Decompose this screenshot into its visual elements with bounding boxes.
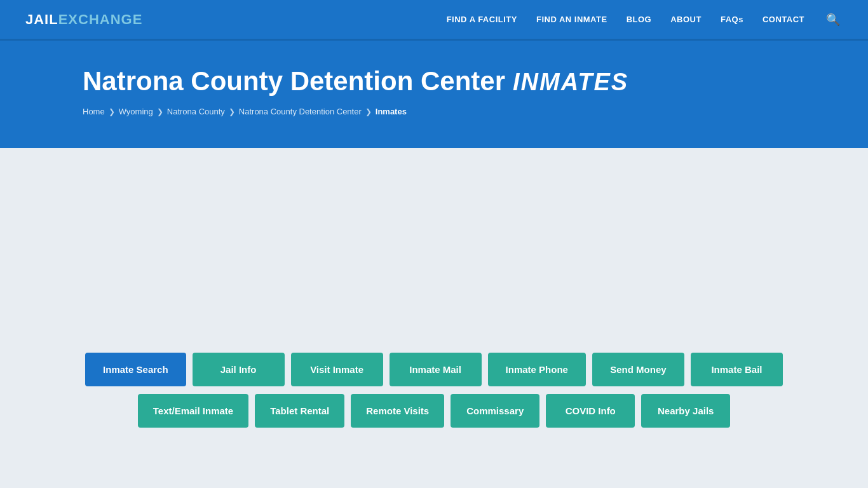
tab-covid-info[interactable]: COVID Info (546, 394, 635, 428)
tab-text-email-inmate[interactable]: Text/Email Inmate (138, 394, 248, 428)
logo-jail-text: JAIL (25, 11, 58, 28)
site-logo[interactable]: JAIL EXCHANGE (25, 11, 142, 28)
tabs-container: Inmate Search Jail Info Visit Inmate Inm… (0, 353, 868, 428)
nav-contact[interactable]: CONTACT (763, 15, 804, 24)
tab-send-money[interactable]: Send Money (592, 353, 684, 386)
breadcrumb-wyoming[interactable]: Wyoming (119, 107, 153, 116)
breadcrumb-home[interactable]: Home (83, 107, 105, 116)
logo-exchange-text: EXCHANGE (58, 11, 143, 28)
nav-find-inmate[interactable]: FIND AN INMATE (536, 15, 607, 24)
tab-inmate-phone[interactable]: Inmate Phone (488, 353, 586, 386)
tab-jail-info[interactable]: Jail Info (193, 353, 285, 386)
nav-faqs[interactable]: FAQs (721, 15, 743, 24)
search-icon[interactable]: 🔍 (824, 10, 843, 29)
breadcrumb-sep-1: ❯ (109, 107, 115, 116)
nav-find-facility[interactable]: FIND A FACILITY (447, 15, 517, 24)
tab-inmate-bail[interactable]: Inmate Bail (691, 353, 783, 386)
breadcrumb-sep-2: ❯ (157, 107, 163, 116)
main-nav: FIND A FACILITY FIND AN INMATE BLOG ABOU… (447, 10, 843, 29)
title-main: Natrona County Detention Center (83, 66, 505, 97)
tab-inmate-mail[interactable]: Inmate Mail (390, 353, 482, 386)
tab-visit-inmate[interactable]: Visit Inmate (291, 353, 383, 386)
nav-blog[interactable]: BLOG (627, 15, 652, 24)
nav-about[interactable]: ABOUT (670, 15, 702, 24)
breadcrumb-detention-center[interactable]: Natrona County Detention Center (239, 107, 362, 116)
tab-tablet-rental[interactable]: Tablet Rental (255, 394, 344, 428)
tab-nearby-jails[interactable]: Nearby Jails (641, 394, 730, 428)
tab-commissary[interactable]: Commissary (451, 394, 539, 428)
main-content: Inmate Search Jail Info Visit Inmate Inm… (0, 148, 868, 466)
site-header: JAIL EXCHANGE FIND A FACILITY FIND AN IN… (0, 0, 868, 41)
breadcrumb: Home ❯ Wyoming ❯ Natrona County ❯ Natron… (83, 107, 843, 116)
tabs-row-2: Text/Email Inmate Tablet Rental Remote V… (138, 394, 730, 428)
tabs-row-1: Inmate Search Jail Info Visit Inmate Inm… (85, 353, 783, 386)
breadcrumb-natrona-county[interactable]: Natrona County (167, 107, 225, 116)
title-italic: INMATES (513, 69, 628, 96)
tab-inmate-search[interactable]: Inmate Search (85, 353, 186, 386)
breadcrumb-sep-3: ❯ (229, 107, 235, 116)
tab-remote-visits[interactable]: Remote Visits (351, 394, 444, 428)
breadcrumb-sep-4: ❯ (365, 107, 372, 116)
hero-section: Natrona County Detention Center INMATES … (0, 41, 868, 148)
page-title: Natrona County Detention Center INMATES (83, 66, 843, 97)
breadcrumb-current: Inmates (376, 107, 407, 116)
